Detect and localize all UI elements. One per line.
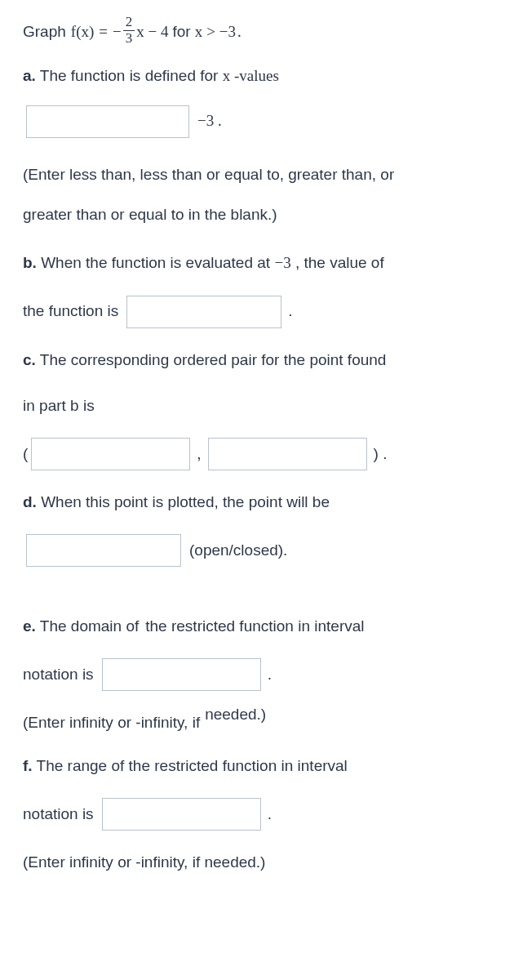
neg-sign: − xyxy=(113,18,122,46)
part-d-after: (open/closed). xyxy=(189,537,287,564)
part-a-input[interactable] xyxy=(26,105,189,138)
part-f-input[interactable] xyxy=(102,798,261,831)
part-e-input-row: notation is . xyxy=(23,658,498,691)
part-e-label: e. xyxy=(23,617,36,635)
part-a-hint: (Enter less than, less than or equal to,… xyxy=(23,154,498,235)
part-e-line1: e. The domain of the restricted function… xyxy=(23,585,498,640)
part-e-text2: the restricted function in interval xyxy=(145,612,364,640)
x-values-label: x -values xyxy=(223,67,279,84)
part-d-input[interactable] xyxy=(26,534,181,567)
part-b-text1: When the function is evaluated at xyxy=(41,254,270,271)
part-f: f. The range of the restricted function … xyxy=(23,752,498,876)
gt-sign: > xyxy=(206,18,215,46)
part-c-comma: , xyxy=(197,440,201,468)
part-f-text1: The range of the restricted function in … xyxy=(37,757,348,774)
part-b-dot: . xyxy=(288,297,292,325)
part-c-lparen: ( xyxy=(23,440,28,468)
equals: = xyxy=(99,18,108,46)
neg3: −3 xyxy=(219,18,236,46)
part-b-input-row: the function is . xyxy=(23,296,498,328)
denominator: 3 xyxy=(123,30,135,47)
part-d-input-row: (open/closed). xyxy=(23,534,498,567)
formula-line: Graph f(x) = − 2 3 x − 4 for x > −3 . xyxy=(23,16,498,47)
part-e-text1: The domain of xyxy=(40,617,139,635)
fraction: 2 3 xyxy=(123,16,135,46)
part-f-input-row: notation is . xyxy=(23,798,498,831)
part-f-hint: (Enter infinity or -infinity, if needed.… xyxy=(23,849,498,876)
fx: f(x) xyxy=(71,18,94,46)
part-d: d. When this point is plotted, the point… xyxy=(23,488,498,567)
dot: . xyxy=(237,18,241,46)
part-a-text: The function is defined for xyxy=(40,67,219,84)
part-f-line1: f. The range of the restricted function … xyxy=(23,752,498,780)
part-c-line2: in part b is xyxy=(23,392,498,420)
part-a-label: a. xyxy=(23,67,36,84)
part-a-input-row: −3 . xyxy=(23,105,498,138)
part-d-line1: d. When this point is plotted, the point… xyxy=(23,488,498,516)
part-b-neg3: −3 xyxy=(274,254,290,271)
part-c-text1: The corresponding ordered pair for the p… xyxy=(40,351,387,368)
part-a-hint-line1: (Enter less than, less than or equal to,… xyxy=(23,154,498,194)
part-e-input[interactable] xyxy=(102,658,261,691)
part-c-rparen: ) . xyxy=(374,440,388,468)
numerator: 2 xyxy=(123,16,135,30)
part-b-input[interactable] xyxy=(126,296,281,328)
part-e: e. The domain of the restricted function… xyxy=(23,585,498,737)
part-b: b. When the function is evaluated at −3 … xyxy=(23,249,498,327)
part-b-text3: the function is xyxy=(23,297,118,325)
part-a: a. The function is defined for x -values… xyxy=(23,62,498,234)
part-a-prompt: a. The function is defined for x -values xyxy=(23,62,498,90)
part-f-dot: . xyxy=(268,800,272,828)
x-var: x xyxy=(195,18,203,46)
part-b-label: b. xyxy=(23,254,37,271)
part-c-input-y[interactable] xyxy=(208,438,367,470)
problem-body: Graph f(x) = − 2 3 x − 4 for x > −3 . a.… xyxy=(23,16,498,876)
part-e-hint-text: (Enter infinity or -infinity, if xyxy=(23,709,200,737)
part-a-after: −3 . xyxy=(197,107,222,135)
for-label: for xyxy=(172,18,190,46)
part-f-label: f. xyxy=(23,757,33,774)
part-e-needed: needed.) xyxy=(205,701,266,728)
part-c: c. The corresponding ordered pair for th… xyxy=(23,346,498,470)
part-a-hint-line2: greater than or equal to in the blank.) xyxy=(23,194,498,234)
part-d-label: d. xyxy=(23,493,37,510)
part-b-line1: b. When the function is evaluated at −3 … xyxy=(23,249,498,277)
part-e-dot: . xyxy=(268,661,272,688)
x-minus-4: x − 4 xyxy=(136,18,168,46)
part-f-hint-text: (Enter infinity or -infinity, if needed.… xyxy=(23,853,265,871)
part-d-text: When this point is plotted, the point wi… xyxy=(41,493,330,510)
graph-label: Graph xyxy=(23,18,66,46)
part-f-text2: notation is xyxy=(23,800,94,828)
part-e-text3: notation is xyxy=(23,661,94,688)
part-b-text2: , the value of xyxy=(295,254,384,271)
part-c-line1: c. The corresponding ordered pair for th… xyxy=(23,346,498,374)
part-e-hint: (Enter infinity or -infinity, if needed.… xyxy=(23,709,498,737)
part-c-label: c. xyxy=(23,351,36,368)
part-c-text2: in part b is xyxy=(23,397,95,414)
part-c-input-row: ( , ) . xyxy=(23,438,498,470)
part-c-input-x[interactable] xyxy=(31,438,190,470)
